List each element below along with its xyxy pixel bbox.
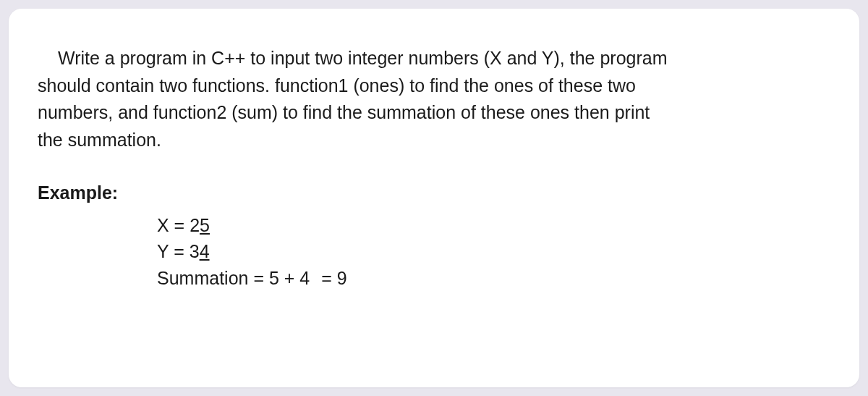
prompt-line-2: should contain two functions. function1 …	[38, 75, 636, 96]
question-card: Write a program in C++ to input two inte…	[9, 9, 859, 387]
example-x: X = 25	[157, 212, 830, 238]
example-label: Example:	[38, 182, 830, 203]
prompt-line-1: Write a program in C++ to input two inte…	[58, 48, 668, 68]
x-prefix: X = 2	[157, 215, 200, 235]
prompt-line-4: the summation.	[38, 130, 161, 150]
y-ones-digit: 4	[200, 241, 210, 261]
example-y: Y = 34	[157, 238, 830, 264]
sum-result: = 9	[321, 268, 346, 288]
sum-prefix: Summation = 5 + 4	[157, 268, 310, 288]
x-ones-digit: 5	[200, 215, 210, 235]
example-sum: Summation = 5 + 4= 9	[157, 265, 830, 291]
prompt-line-3: numbers, and function2 (sum) to find the…	[38, 102, 650, 122]
y-prefix: Y = 3	[157, 241, 200, 261]
prompt-text: Write a program in C++ to input two inte…	[38, 45, 830, 153]
example-block: X = 25 Y = 34 Summation = 5 + 4= 9	[157, 212, 830, 291]
